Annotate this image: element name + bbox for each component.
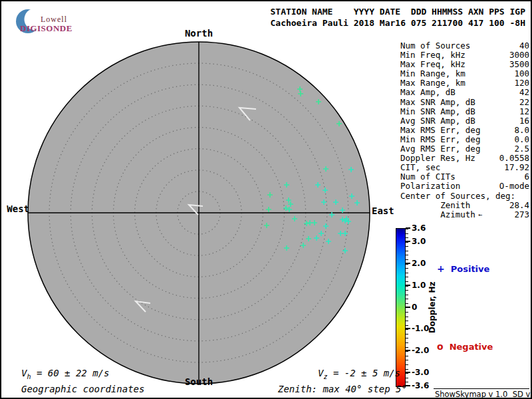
info-row: Max Amp, dB42 [400, 88, 529, 97]
info-row-label: Avg SNR Amp, dB [400, 116, 475, 126]
info-row: Min RMS Err, deg0.0 [400, 135, 529, 144]
azimuth-direction-arrow-icon: ← [478, 210, 482, 219]
info-row-value: 3000 [509, 51, 529, 60]
info-row-value: O-mode [499, 182, 529, 191]
colorbar-tick-label: -3.0 [412, 368, 429, 377]
info-row: Min Range, km100 [400, 69, 529, 78]
info-row: Num of CITs6 [400, 172, 529, 182]
plus-marker-icon: + [437, 263, 445, 274]
horizontal-velocity-value: Vh = 60 ± 22 m/s [21, 368, 109, 380]
legend-positive: + Positive [437, 263, 489, 274]
info-row-label: Doppler Res, Hz [400, 154, 475, 163]
colorbar-tick-label: -2.0 [412, 346, 429, 355]
info-row-value: 42 [519, 88, 529, 97]
colorbar-major-tick [406, 263, 410, 264]
colorbar-major-tick [406, 328, 410, 329]
info-row: Max Freq, kHz3500 [400, 60, 529, 69]
coordinate-system-label: Geographic coordinates [21, 384, 144, 394]
info-row-value: 8.0 [514, 126, 529, 135]
info-row-label: Max SNR Amp, dB [400, 98, 475, 107]
info-row-value: 17.92 [504, 163, 529, 172]
colorbar-tick-label: -3.6 [412, 381, 429, 390]
info-row-label: Num of CITs [400, 172, 456, 182]
info-row: Center of Sources, deg: [400, 192, 529, 201]
info-row-value: 0.0558 [499, 154, 529, 163]
legend-positive-label: Positive [451, 264, 490, 274]
compass-west-label: West [3, 203, 29, 214]
info-row-label: Max Freq, kHz [400, 60, 466, 69]
info-row-label: Avg RMS Err, deg [400, 144, 480, 154]
info-row: Azimuth←273 [400, 210, 529, 219]
colorbar-minor-ticks [406, 229, 408, 386]
colorbar-major-tick [406, 385, 410, 386]
showskymap-window: Lowell DIGISONDE STATION NAME YYYY DATE … [0, 0, 532, 399]
info-row-value: 16 [519, 116, 529, 126]
info-row-value: 3500 [509, 60, 529, 69]
colorbar-major-tick [406, 350, 410, 351]
compass-south-label: South [182, 376, 215, 387]
colorbar-major-tick [406, 227, 410, 229]
info-row: Max RMS Err, deg8.0 [400, 126, 529, 135]
info-row-label: Num of Sources [400, 41, 470, 51]
compass-east-label: East [372, 205, 394, 216]
colorbar-major-tick [406, 372, 410, 373]
colorbar-major-tick [406, 285, 410, 286]
info-row-label: Min Range, km [400, 69, 466, 78]
compass-north-label: North [182, 28, 215, 39]
info-row-label: Max Range, km [400, 78, 466, 88]
zenith-range-note: Zenith: max 40° step 5° [278, 384, 407, 394]
info-row-value: 273 [514, 210, 529, 219]
legend-negative: o Negative [437, 341, 493, 352]
version-label: ShowSkymap v 1.0 SD v 5.1 [435, 390, 532, 399]
info-row: Avg SNR Amp, dB16 [400, 116, 529, 126]
info-row-value: 28.4 [509, 201, 529, 210]
colorbar-tick-label: 0 [412, 303, 417, 312]
info-row: Num of Sources40 [400, 41, 529, 51]
info-row-label: Center of Sources, deg: [400, 192, 515, 201]
info-row-label: Min SNR Amp, dB [400, 107, 475, 116]
colorbar-tick-label: 1.0 [412, 281, 426, 290]
info-row: Max SNR Amp, dB22 [400, 98, 529, 107]
info-row-value: 40 [519, 41, 529, 51]
info-row-value: 0.0 [514, 135, 529, 144]
info-row: Avg RMS Err, deg2.5 [400, 144, 529, 154]
info-row: Min Freq, kHz3000 [400, 51, 529, 60]
info-row-label: Polarization [400, 182, 460, 191]
info-row: CIT, sec17.92 [400, 163, 529, 172]
colorbar-axis-label: Doppler, Hz [428, 265, 438, 350]
info-row: Doppler Res, Hz0.0558 [400, 154, 529, 163]
version-separator-line [434, 388, 529, 389]
colorbar-tick-label: 2.0 [412, 259, 426, 268]
info-row-value: 6 [524, 172, 529, 182]
info-row: PolarizationO-mode [400, 182, 529, 191]
info-row-value: 120 [514, 78, 529, 88]
colorbar-tick-label: -1.0 [412, 324, 429, 333]
legend-negative-label: Negative [450, 342, 493, 352]
info-row-value: 100 [514, 69, 529, 78]
colorbar-major-tick [406, 241, 410, 242]
info-row-label: Max Amp, dB [400, 88, 456, 97]
info-row-label: Min RMS Err, deg [400, 135, 480, 144]
info-row-label: CIT, sec [400, 163, 440, 172]
doppler-colorbar [396, 228, 406, 387]
info-row-label: Max RMS Err, deg [400, 126, 480, 135]
info-panel: Num of Sources40Min Freq, kHz3000Max Fre… [400, 41, 529, 219]
vertical-velocity-value: Vz = -2 ± 5 m/s [318, 368, 400, 380]
colorbar-tick-label: 3.6 [412, 223, 426, 233]
info-row-value: 2.5 [514, 144, 529, 154]
info-row-label: Zenith [400, 201, 470, 210]
info-row-value: 22 [519, 98, 529, 107]
info-row: Min SNR Amp, dB12 [400, 107, 529, 116]
colorbar-tick-label: 3.0 [412, 237, 426, 246]
info-row-value: 12 [519, 107, 529, 116]
info-row-label: Azimuth← [400, 210, 482, 219]
info-row-label: Min Freq, kHz [400, 51, 466, 60]
info-row: Zenith28.4 [400, 201, 529, 210]
circle-marker-icon: o [437, 341, 444, 352]
colorbar-major-tick [406, 307, 410, 308]
info-row: Max Range, km120 [400, 78, 529, 88]
